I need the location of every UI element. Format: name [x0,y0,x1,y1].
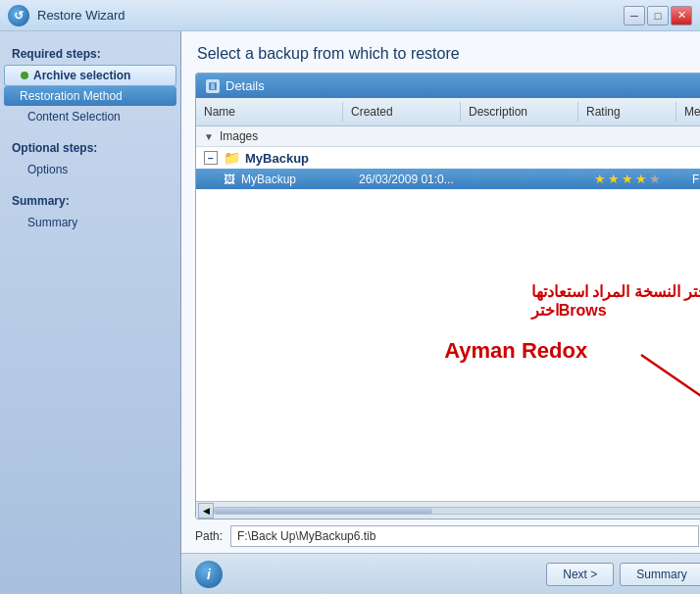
group-row-mybackup[interactable]: − 📁 MyBackup [196,147,700,169]
scroll-track[interactable] [214,507,700,515]
sidebar-item-options[interactable]: Options [0,159,180,180]
col-method-header: Method [676,102,700,122]
row-created: 26/03/2009 01:0... [359,173,476,186]
annotation-arabic-text: واختر النسخة المراد استعادتها [531,282,700,301]
scroll-thumb[interactable] [215,508,432,514]
close-button[interactable]: ✕ [671,6,692,25]
arrow-graphic [622,345,700,423]
images-section-label: Images [220,129,258,143]
page-title: Select a backup from which to restore [181,31,700,73]
star-5: ★ [649,172,661,186]
star-2: ★ [608,172,620,186]
col-name-header: Name [196,102,343,122]
annotation-area: واختر النسخة المراد استعادتها اخترBrows … [196,189,700,501]
app-title: Restore Wizard [37,8,624,23]
scroll-left-button[interactable]: ◀ [198,503,214,519]
svg-line-5 [641,355,700,409]
star-1: ★ [594,172,606,186]
row-name: MyBackup [241,173,359,186]
summary-section-title: Summary: [0,190,180,212]
details-icon [206,79,220,93]
table-header: Name Created Description Rating Method [196,98,700,126]
star-3: ★ [622,172,633,186]
details-panel: Details Name Created Description Rating … [195,73,700,520]
next-button[interactable]: Next > [546,563,614,586]
col-rating-header: Rating [578,102,676,122]
footer: i Next > Summary Cancel [181,553,700,594]
titlebar: ↺ Restore Wizard ─ □ ✕ [0,0,700,31]
summary-button[interactable]: Summary [620,563,700,586]
folder-icon: 📁 [224,150,240,166]
collapse-button[interactable]: − [204,151,218,165]
path-text: F:\Back Up\MyBackup6.tib [237,529,375,543]
content-area: Select a backup from which to restore De… [181,31,700,594]
details-header: Details [196,74,700,98]
annotation-brows-text: اخترBrows [531,301,700,320]
sidebar-item-archive-selection[interactable]: Archive selection [4,65,176,86]
star-4: ★ [635,172,647,186]
app-icon: ↺ [8,5,29,26]
row-rating: ★ ★ ★ ★ ★ [594,172,692,186]
path-value: F:\Back Up\MyBackup6.tib [230,525,699,547]
annotation-block: واختر النسخة المراد استعادتها اخترBrows [531,282,700,320]
details-label: Details [225,78,265,93]
sidebar-item-summary[interactable]: Summary [0,212,180,233]
path-bar: Path: F:\Back Up\MyBackup6.tib Browse 👆 [181,520,700,553]
required-section-title: Required steps: [0,43,180,65]
col-desc-header: Description [461,102,578,122]
group-label: MyBackup [245,151,309,166]
info-icon[interactable]: i [195,561,223,588]
images-section-row[interactable]: ▼ Images ▲ [196,126,700,147]
row-method: Full backup [692,173,700,186]
sidebar-item-content-selection[interactable]: Content Selection [0,106,180,127]
watermark: Ayman Redox [444,338,587,364]
chevron-right-icon: ▼ [204,131,214,142]
main-container: Required steps: Archive selection Restor… [0,31,700,594]
backup-icon: 🖼 [224,173,235,186]
active-indicator [21,72,28,79]
table-row[interactable]: 🖼 MyBackup 26/03/2009 01:0... ★ ★ ★ ★ ★ … [196,169,700,189]
path-label: Path: [195,529,223,543]
col-created-header: Created [343,102,461,122]
minimize-button[interactable]: ─ [624,6,645,25]
sidebar-item-restoration-method[interactable]: Restoration Method [4,86,176,106]
sidebar: Required steps: Archive selection Restor… [0,31,181,594]
maximize-button[interactable]: □ [647,6,669,25]
optional-section-title: Optional steps: [0,137,180,159]
horizontal-scrollbar[interactable]: ◀ ▶ [196,501,700,519]
titlebar-buttons: ─ □ ✕ [624,6,692,25]
